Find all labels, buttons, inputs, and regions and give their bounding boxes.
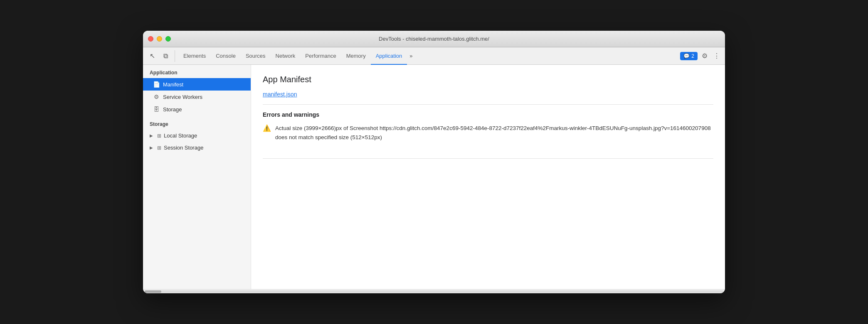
session-storage-label: Session Storage [164,145,203,151]
session-storage-grid-icon: ⊞ [157,145,161,151]
settings-icon[interactable]: ⚙ [700,50,709,61]
divider-1 [263,104,713,105]
messages-badge-button[interactable]: 💬 2 [680,52,698,60]
manifest-label: Manifest [163,81,183,88]
warning-row: ⚠️ Actual size (3999×2666)px of Screensh… [263,124,713,142]
title-bar: DevTools - chiseled-mammoth-talos.glitch… [143,31,725,47]
toolbar-icons: ↖ ⧉ [146,50,175,62]
scroll-thumb[interactable] [145,290,161,293]
devtools-toolbar: ↖ ⧉ Elements Console Sources Network Per… [143,47,725,65]
errors-title: Errors and warnings [263,111,713,118]
close-button[interactable] [148,36,153,42]
tab-sources[interactable]: Sources [241,48,271,65]
devtools-body: Application 📄 Manifest ⚙ Service Workers… [143,65,725,289]
local-storage-label: Local Storage [164,133,197,139]
expand-arrow-local-storage: ▶ [150,133,155,138]
tab-application[interactable]: Application [371,48,407,65]
minimize-button[interactable] [157,36,162,42]
window-title: DevTools - chiseled-mammoth-talos.glitch… [379,36,489,42]
manifest-icon: 📄 [153,81,160,88]
sidebar-item-service-workers[interactable]: ⚙ Service Workers [143,91,251,103]
sidebar-item-manifest[interactable]: 📄 Manifest [143,78,251,91]
main-panel: App Manifest manifest.json Errors and wa… [251,65,725,289]
service-workers-icon: ⚙ [153,93,160,100]
sidebar-item-local-storage[interactable]: ▶ ⊞ Local Storage [143,130,251,142]
maximize-button[interactable] [165,36,171,42]
layers-icon-button[interactable]: ⧉ [160,50,171,62]
divider-2 [263,158,713,159]
tab-network[interactable]: Network [271,48,301,65]
warning-text: Actual size (3999×2666)px of Screenshot … [275,124,713,142]
tab-console[interactable]: Console [211,48,241,65]
message-icon: 💬 [683,53,690,59]
sidebar: Application 📄 Manifest ⚙ Service Workers… [143,65,251,289]
panel-title: App Manifest [263,75,713,84]
cursor-icon: ↖ [150,52,155,60]
service-workers-label: Service Workers [163,94,202,100]
storage-item-label: Storage [163,106,182,113]
storage-section-label: Storage [143,115,251,130]
warning-icon: ⚠️ [263,124,271,132]
layers-icon: ⧉ [163,52,168,60]
scroll-track[interactable] [145,290,723,293]
application-section-label: Application [143,65,251,78]
tab-memory[interactable]: Memory [341,48,371,65]
sidebar-item-storage[interactable]: 🗄 Storage [143,103,251,115]
tab-performance[interactable]: Performance [300,48,341,65]
cursor-icon-button[interactable]: ↖ [146,50,158,62]
traffic-lights [148,36,171,42]
local-storage-grid-icon: ⊞ [157,133,161,139]
more-tabs-button[interactable]: » [407,51,415,61]
sidebar-item-session-storage[interactable]: ▶ ⊞ Session Storage [143,142,251,154]
toolbar-right: 💬 2 ⚙ ⋮ [680,50,722,61]
more-options-icon[interactable]: ⋮ [712,50,722,61]
tab-list: Elements Console Sources Network Perform… [178,47,680,64]
expand-arrow-session-storage: ▶ [150,145,155,150]
manifest-link[interactable]: manifest.json [263,91,713,98]
devtools-window: DevTools - chiseled-mammoth-talos.glitch… [143,31,725,293]
storage-icon: 🗄 [153,106,160,113]
bottom-scrollbar [143,289,725,293]
tab-elements[interactable]: Elements [178,48,211,65]
